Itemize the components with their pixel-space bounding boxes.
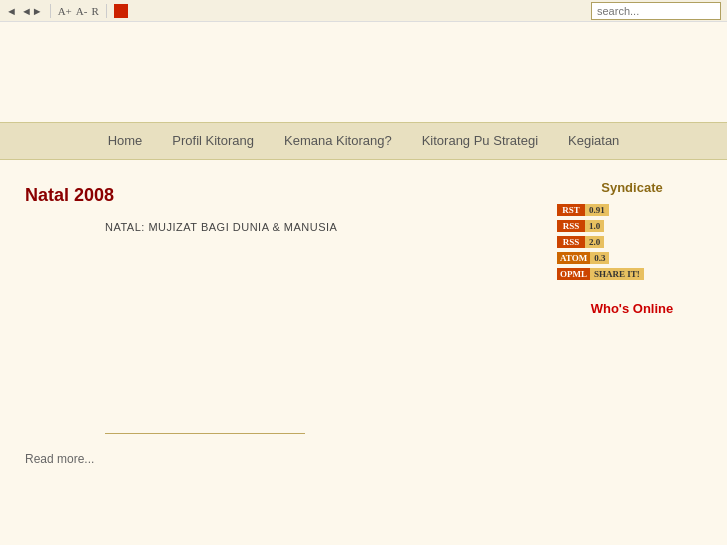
nav-link-kegiatan[interactable]: Kegiatan [568,133,619,148]
nav-item-kegiatan[interactable]: Kegiatan [568,133,619,149]
post-title: Natal 2008 [25,185,532,206]
font-increase-icon[interactable]: A+ [58,5,72,17]
badge-atom-label: ATOM [557,252,590,264]
nav-list: Home Profil Kitorang Kemana Kitorang? Ki… [0,123,727,159]
badge-rst-value: 0.91 [585,204,609,216]
badge-rss1-label: RSS [557,220,585,232]
syndicate-section: Syndicate RST 0.91 RSS 1.0 RSS 2.0 [557,180,707,281]
badge-rst-label: RST [557,204,585,216]
toolbar-separator-2 [106,4,107,18]
badge-opml-label: OPML [557,268,590,280]
toolbar-separator-1 [50,4,51,18]
nav-link-home[interactable]: Home [108,133,143,148]
toolbar-nav-icons: ◄ ◄► A+ A- R [6,4,128,18]
syndicate-badges: RST 0.91 RSS 1.0 RSS 2.0 ATOM 0.3 [557,203,707,281]
badge-atom[interactable]: ATOM 0.3 [557,251,609,265]
badge-share-label: SHARE IT! [590,268,644,280]
search-input[interactable] [591,2,721,20]
who-online-title: Who's Online [557,301,707,316]
font-reset-icon[interactable]: R [91,5,98,17]
badge-atom-value: 0.3 [590,252,609,264]
main-content: Natal 2008 NATAL: MUJIZAT BAGI DUNIA & M… [15,175,542,472]
badge-rst[interactable]: RST 0.91 [557,203,609,217]
nav-back-icon[interactable]: ◄ [6,5,17,17]
read-more-link[interactable]: Read more... [25,452,94,466]
syndicate-title: Syndicate [557,180,707,195]
badge-rss1[interactable]: RSS 1.0 [557,219,604,233]
badge-opml-row[interactable]: OPML SHARE IT! [557,267,644,281]
content-wrapper: Natal 2008 NATAL: MUJIZAT BAGI DUNIA & M… [0,165,727,482]
header-space [0,22,727,122]
nav-link-profil[interactable]: Profil Kitorang [172,133,254,148]
badge-rss2-value: 2.0 [585,236,604,248]
who-online-section: Who's Online [557,301,707,316]
nav-link-strategi[interactable]: Kitorang Pu Strategi [422,133,538,148]
navigation: Home Profil Kitorang Kemana Kitorang? Ki… [0,122,727,160]
nav-item-profil[interactable]: Profil Kitorang [172,133,254,149]
sidebar: Syndicate RST 0.91 RSS 1.0 RSS 2.0 [552,175,712,472]
toolbar: ◄ ◄► A+ A- R [0,0,727,22]
nav-link-kemana[interactable]: Kemana Kitorang? [284,133,392,148]
nav-item-home[interactable]: Home [108,133,143,149]
post-divider [105,433,305,434]
badge-rss1-value: 1.0 [585,220,604,232]
font-decrease-icon[interactable]: A- [76,5,88,17]
nav-forward-icon[interactable]: ◄► [21,5,43,17]
nav-item-kemana[interactable]: Kemana Kitorang? [284,133,392,149]
toolbar-red-button[interactable] [114,4,128,18]
badge-rss2[interactable]: RSS 2.0 [557,235,604,249]
badge-rss2-label: RSS [557,236,585,248]
nav-item-strategi[interactable]: Kitorang Pu Strategi [422,133,538,149]
post-subtitle: NATAL: MUJIZAT BAGI DUNIA & MANUSIA [105,221,532,233]
